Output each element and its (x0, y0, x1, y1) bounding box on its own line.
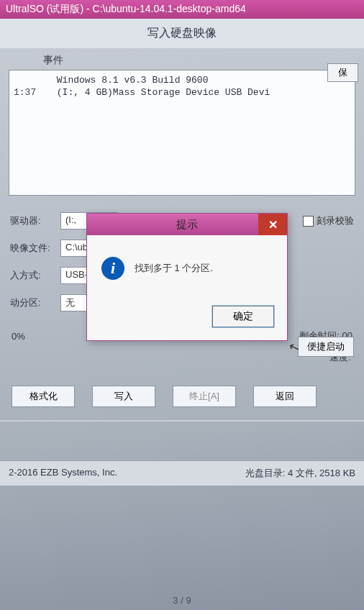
app-title-bar: UltralSO (试用版) - C:\ubuntu-14.04.1-deskt… (0, 0, 364, 19)
divider (0, 420, 364, 422)
partition-label: 动分区: (10, 296, 60, 309)
write-mode-label: 入方式: (10, 269, 60, 282)
alert-message: 找到多于 1 个分区. (135, 262, 213, 275)
info-icon: i (101, 257, 124, 280)
drive-label: 驱动器: (10, 214, 60, 227)
page-indicator: 3 / 9 (173, 595, 191, 606)
log-text: Windows 8.1 v6.3 Build 9600 (57, 75, 209, 86)
log-text: (I:, 4 GB)Mass Storage Device USB Devi (57, 87, 270, 98)
event-log: Windows 8.1 v6.3 Build 9600 1:37 (I:, 4 … (9, 70, 355, 196)
format-button[interactable]: 格式化 (12, 386, 75, 407)
ok-button[interactable]: 确定 (212, 306, 274, 327)
alert-title-bar[interactable]: 提示 ✕ (87, 214, 287, 235)
app-title: UltralSO (试用版) - C:\ubuntu-14.04.1-deskt… (6, 3, 246, 16)
close-icon: ✕ (268, 218, 278, 232)
events-header: 事件 (43, 54, 364, 67)
log-time: 1:37 (14, 87, 51, 98)
disc-directory-info: 光盘目录: 4 文件, 2518 KB (245, 467, 355, 480)
alert-footer: 确定 (87, 294, 287, 340)
status-bar: 2-2016 EZB Systems, Inc. 光盘目录: 4 文件, 251… (0, 460, 364, 486)
close-button[interactable]: ✕ (258, 214, 287, 235)
action-button-row: 格式化 写入 终止[A] 返回 (0, 371, 364, 417)
save-button[interactable]: 保 (327, 63, 358, 82)
abort-button[interactable]: 终止[A] (173, 386, 236, 407)
dialog-title: 写入硬盘映像 (0, 19, 364, 48)
back-button[interactable]: 返回 (253, 386, 317, 407)
verify-label: 刻录校验 (317, 214, 354, 227)
verify-checkbox[interactable] (303, 216, 314, 227)
alert-body: i 找到多于 1 个分区. (87, 235, 287, 294)
image-file-label: 映像文件: (10, 242, 60, 255)
alert-dialog: 提示 ✕ i 找到多于 1 个分区. 确定 (86, 213, 288, 341)
progress-percent: 0% (12, 331, 47, 342)
write-button[interactable]: 写入 (92, 386, 155, 407)
copyright-text: 2-2016 EZB Systems, Inc. (9, 467, 245, 480)
alert-title: 提示 (176, 218, 198, 232)
quick-boot-button[interactable]: 便捷启动 (298, 337, 354, 357)
